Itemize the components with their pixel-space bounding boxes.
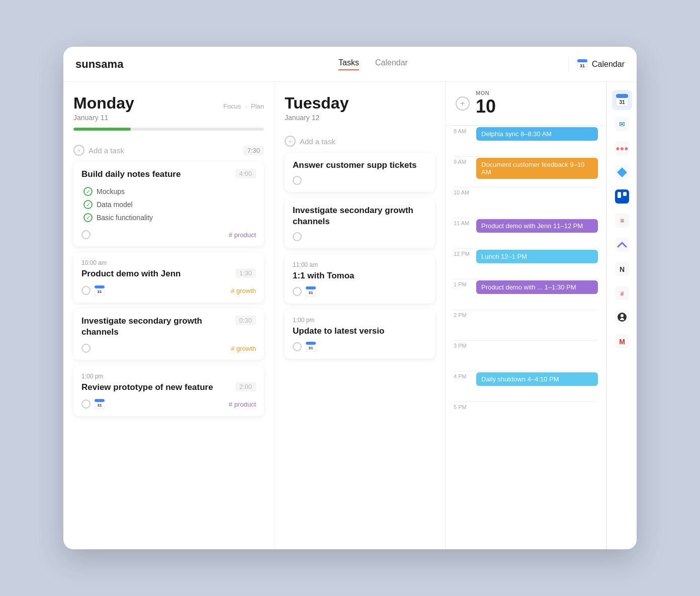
cal-time-row-5pm: 5 PM — [454, 402, 598, 432]
task-card-review-prototype[interactable]: 1:00 pm Review prototype of new feature … — [73, 366, 264, 416]
cal-time-row-9am: 9 AM Document customer feedback 9–10 AM — [454, 156, 598, 187]
cal-day-num: 10 — [476, 96, 496, 117]
sidebar-icon-diamond[interactable] — [612, 162, 632, 182]
cal-time-label-1pm: 1 PM — [454, 279, 476, 287]
cal-time-content-1pm: Product demo with ... 1–1:30 PM — [476, 279, 598, 310]
task-card-build-daily-notes[interactable]: Build daily notes feature 4:00 Mockups D… — [73, 162, 264, 246]
task-title-product-demo: Product demo with Jenn — [81, 268, 181, 279]
svg-rect-7 — [95, 399, 105, 402]
cal-event-lunch[interactable]: Lunch 12–1 PM — [476, 250, 598, 263]
monday-plan[interactable]: Plan — [251, 103, 264, 110]
cal-time-label-10am: 10 AM — [454, 187, 476, 195]
sidebar-icon-gmail[interactable]: M — [612, 331, 632, 351]
task-footer-investigate: # growth — [81, 344, 256, 353]
task-title-answer-customer: Answer customer supp tickets — [293, 160, 427, 171]
svg-rect-1 — [577, 59, 587, 62]
task-tag-build-daily: # product — [229, 231, 256, 239]
task-check-product-demo[interactable] — [81, 286, 91, 295]
task-card-investigate[interactable]: Investigate secondary growth channels 0:… — [73, 309, 264, 360]
task-check-review-prototype[interactable] — [81, 400, 91, 409]
task-check-one-on-one[interactable] — [293, 287, 302, 296]
cal-time-row-3pm: 3 PM — [454, 340, 598, 371]
sidebar-icon-clickup[interactable] — [612, 235, 632, 255]
sidebar-icon-slack[interactable]: # — [612, 283, 632, 303]
monday-add-task-icon: + — [73, 145, 84, 156]
task-footer-investigate-tue — [293, 232, 427, 241]
svg-text:#: # — [620, 290, 624, 297]
tab-tasks[interactable]: Tasks — [338, 58, 359, 70]
gcal-badge-review-prototype: 31 — [95, 399, 105, 409]
cal-time-content-3pm — [476, 341, 598, 371]
main-content: Monday Focus · Plan January 11 + Add a t… — [63, 82, 637, 549]
cal-event-daily-shutdown[interactable]: Daily shutdown 4–4:10 PM — [476, 372, 598, 386]
monday-add-task[interactable]: + Add a task 7:30 — [73, 139, 264, 162]
calendar-add-btn[interactable]: + — [456, 96, 470, 111]
svg-text:●●●: ●●● — [616, 144, 628, 152]
sidebar-icon-people[interactable]: ●●● — [612, 138, 632, 158]
sidebar-icon-stack[interactable]: ≡ — [612, 211, 632, 231]
cal-event-delphia-sync[interactable]: Delphia sync 8–8:30 AM — [476, 127, 598, 141]
task-check-build-daily[interactable] — [81, 230, 91, 239]
task-check-investigate-tue[interactable] — [293, 232, 302, 241]
cal-time-label-9am: 9 AM — [454, 157, 476, 165]
tuesday-add-task[interactable]: + Add a task — [285, 130, 435, 153]
task-duration-review-prototype: 2:00 — [235, 382, 256, 391]
sidebar-icon-github[interactable] — [612, 307, 632, 327]
calendar-panel-header: + MON 10 — [446, 82, 606, 126]
task-tag-investigate: # growth — [231, 345, 256, 352]
header: sunsama Tasks Calendar 31 Calendar — [63, 47, 637, 82]
monday-focus[interactable]: Focus — [223, 103, 241, 110]
sidebar-icon-trello[interactable] — [612, 186, 632, 207]
cal-time-row-10am: 10 AM — [454, 187, 598, 218]
task-check-answer-customer[interactable] — [293, 176, 302, 185]
cal-time-label-5pm: 5 PM — [454, 402, 476, 410]
svg-rect-17 — [616, 94, 628, 98]
subtask-check-data-model[interactable] — [83, 200, 93, 209]
cal-time-row-12pm: 12 PM Lunch 12–1 PM — [454, 248, 598, 279]
subtask-mockups: Mockups — [83, 185, 256, 198]
subtask-check-mockups[interactable] — [83, 187, 93, 196]
cal-timeline: 8 AM Delphia sync 8–8:30 AM 9 AM Documen… — [446, 126, 606, 432]
task-card-product-demo[interactable]: 10:00 am Product demo with Jenn 1:30 31 — [73, 252, 264, 303]
task-tag-review-prototype: # product — [229, 401, 256, 408]
task-check-update-latest[interactable] — [293, 342, 302, 351]
cal-event-doc-customer[interactable]: Document customer feedback 9–10 AM — [476, 158, 598, 179]
tuesday-add-task-icon: + — [285, 136, 296, 147]
cal-time-label-12pm: 12 PM — [454, 249, 476, 257]
svg-text:31: 31 — [619, 100, 625, 105]
tuesday-day-name: Tuesday — [285, 94, 435, 113]
task-footer-product-demo: 31 # growth — [81, 285, 256, 295]
header-divider — [568, 57, 569, 72]
svg-text:M: M — [619, 338, 625, 346]
cal-time-content-11am: Product demo with Jenn 11–12 PM — [476, 218, 598, 248]
cal-time-label-8am: 8 AM — [454, 126, 476, 134]
svg-text:31: 31 — [98, 403, 102, 408]
task-card-one-on-one[interactable]: 11:00 am 1:1 with Tomoa 31 — [285, 254, 435, 304]
tab-calendar[interactable]: Calendar — [375, 58, 408, 70]
svg-rect-13 — [306, 342, 316, 345]
cal-day-label: MON — [476, 90, 496, 96]
monday-date: January 11 — [73, 114, 264, 122]
cal-time-content-12pm: Lunch 12–1 PM — [476, 249, 598, 279]
subtasks-build-daily: Mockups Data model Basic functionality — [81, 185, 256, 224]
task-check-investigate[interactable] — [81, 344, 91, 353]
monday-column: Monday Focus · Plan January 11 + Add a t… — [63, 82, 275, 549]
header-tabs: Tasks Calendar — [186, 58, 560, 70]
subtask-check-basic-func[interactable] — [83, 213, 93, 222]
sidebar-icon-gcal[interactable]: 31 — [612, 90, 632, 110]
task-card-investigate-tue[interactable]: Investigate secondary growth channels — [285, 198, 435, 248]
task-card-answer-customer[interactable]: Answer customer supp tickets — [285, 153, 435, 192]
task-card-update-latest[interactable]: 1:00 pm Update to latest versio 31 — [285, 310, 435, 359]
monday-day-name: Monday — [73, 94, 134, 113]
monday-add-task-time: 7:30 — [243, 146, 264, 155]
cal-time-content-5pm — [476, 402, 598, 432]
sidebar-icon-notion[interactable]: N — [612, 259, 632, 279]
svg-text:31: 31 — [98, 289, 102, 294]
cal-time-label-3pm: 3 PM — [454, 341, 476, 349]
monday-progress-bar — [73, 128, 264, 131]
cal-event-product-demo-jenn[interactable]: Product demo with Jenn 11–12 PM — [476, 219, 598, 233]
sidebar-icon-outlook[interactable]: ✉ — [612, 114, 632, 134]
monday-add-task-label: Add a task — [89, 146, 124, 155]
cal-time-row-2pm: 2 PM — [454, 310, 598, 340]
cal-event-product-demo-1pm[interactable]: Product demo with ... 1–1:30 PM — [476, 280, 598, 294]
